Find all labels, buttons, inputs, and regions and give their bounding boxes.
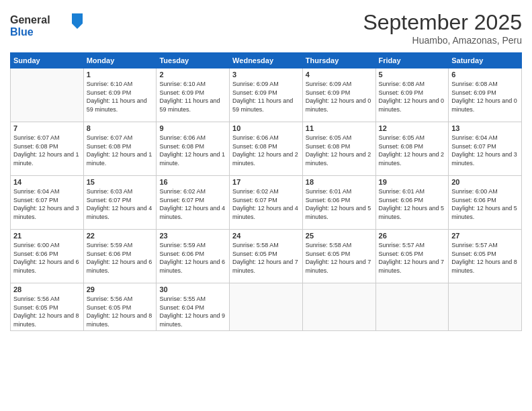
- day-number: 2: [159, 71, 226, 79]
- calendar-cell: 7Sunrise: 6:07 AM Sunset: 6:08 PM Daylig…: [11, 122, 84, 176]
- day-info: Sunrise: 6:06 AM Sunset: 6:08 PM Dayligh…: [232, 134, 300, 167]
- day-info: Sunrise: 6:00 AM Sunset: 6:06 PM Dayligh…: [13, 241, 81, 275]
- day-info: Sunrise: 6:08 AM Sunset: 6:09 PM Dayligh…: [451, 80, 519, 113]
- day-number: 4: [306, 71, 373, 79]
- day-info: Sunrise: 5:58 AM Sunset: 6:05 PM Dayligh…: [306, 241, 373, 275]
- day-number: 19: [379, 178, 446, 186]
- day-number: 30: [159, 285, 226, 293]
- calendar-cell: [302, 283, 375, 331]
- day-info: Sunrise: 6:04 AM Sunset: 6:07 PM Dayligh…: [13, 187, 81, 221]
- calendar-cell: 14Sunrise: 6:04 AM Sunset: 6:07 PM Dayli…: [11, 176, 84, 230]
- day-info: Sunrise: 6:07 AM Sunset: 6:08 PM Dayligh…: [13, 134, 81, 167]
- day-number: 29: [87, 285, 154, 293]
- calendar-cell: 15Sunrise: 6:03 AM Sunset: 6:07 PM Dayli…: [83, 176, 157, 230]
- day-info: Sunrise: 6:04 AM Sunset: 6:07 PM Dayligh…: [451, 134, 519, 167]
- week-row-2: 7Sunrise: 6:07 AM Sunset: 6:08 PM Daylig…: [11, 122, 522, 176]
- week-row-5: 28Sunrise: 5:56 AM Sunset: 6:05 PM Dayli…: [11, 283, 522, 331]
- day-number: 16: [159, 178, 226, 186]
- month-title: September 2025: [363, 10, 522, 35]
- calendar-cell: 19Sunrise: 6:01 AM Sunset: 6:06 PM Dayli…: [375, 176, 449, 230]
- calendar-cell: 17Sunrise: 6:02 AM Sunset: 6:07 PM Dayli…: [230, 176, 303, 230]
- calendar-cell: 29Sunrise: 5:56 AM Sunset: 6:05 PM Dayli…: [83, 283, 157, 331]
- calendar-cell: 5Sunrise: 6:08 AM Sunset: 6:09 PM Daylig…: [375, 68, 449, 122]
- header: General Blue September 2025 Huambo, Amaz…: [10, 10, 522, 46]
- day-number: 13: [451, 124, 519, 132]
- day-number: 5: [379, 71, 446, 79]
- calendar-cell: 4Sunrise: 6:09 AM Sunset: 6:09 PM Daylig…: [302, 68, 375, 122]
- weekday-header-sunday: Sunday: [11, 53, 84, 68]
- logo-text: General Blue: [10, 10, 84, 43]
- day-number: 15: [87, 178, 154, 186]
- day-info: Sunrise: 6:03 AM Sunset: 6:07 PM Dayligh…: [87, 187, 154, 221]
- day-info: Sunrise: 6:09 AM Sunset: 6:09 PM Dayligh…: [232, 80, 300, 113]
- day-number: 10: [232, 124, 300, 132]
- page: General Blue September 2025 Huambo, Amaz…: [0, 0, 532, 411]
- title-block: September 2025 Huambo, Amazonas, Peru: [363, 10, 522, 46]
- day-number: 14: [13, 178, 81, 186]
- calendar-cell: 30Sunrise: 5:55 AM Sunset: 6:04 PM Dayli…: [157, 283, 230, 331]
- week-row-4: 21Sunrise: 6:00 AM Sunset: 6:06 PM Dayli…: [11, 230, 522, 283]
- day-number: 7: [13, 124, 81, 132]
- calendar-cell: 27Sunrise: 5:57 AM Sunset: 6:05 PM Dayli…: [449, 230, 522, 283]
- day-number: 18: [306, 178, 373, 186]
- calendar-cell: 28Sunrise: 5:56 AM Sunset: 6:05 PM Dayli…: [11, 283, 84, 331]
- day-info: Sunrise: 6:02 AM Sunset: 6:07 PM Dayligh…: [232, 187, 300, 221]
- day-info: Sunrise: 6:10 AM Sunset: 6:09 PM Dayligh…: [87, 80, 154, 113]
- day-number: 21: [13, 232, 81, 240]
- calendar-cell: 3Sunrise: 6:09 AM Sunset: 6:09 PM Daylig…: [230, 68, 303, 122]
- day-info: Sunrise: 6:00 AM Sunset: 6:06 PM Dayligh…: [451, 187, 519, 221]
- day-number: 26: [379, 232, 446, 240]
- day-number: 27: [451, 232, 519, 240]
- calendar-cell: 24Sunrise: 5:58 AM Sunset: 6:05 PM Dayli…: [230, 230, 303, 283]
- week-row-3: 14Sunrise: 6:04 AM Sunset: 6:07 PM Dayli…: [11, 176, 522, 230]
- day-number: 8: [87, 124, 154, 132]
- weekday-header-thursday: Thursday: [302, 53, 375, 68]
- location-subtitle: Huambo, Amazonas, Peru: [363, 35, 522, 46]
- day-info: Sunrise: 5:59 AM Sunset: 6:06 PM Dayligh…: [87, 241, 154, 275]
- day-info: Sunrise: 5:57 AM Sunset: 6:05 PM Dayligh…: [451, 241, 519, 275]
- day-number: 23: [159, 232, 226, 240]
- weekday-header-friday: Friday: [375, 53, 449, 68]
- calendar-cell: [449, 283, 522, 331]
- day-number: 17: [232, 178, 300, 186]
- calendar-cell: 12Sunrise: 6:05 AM Sunset: 6:08 PM Dayli…: [375, 122, 449, 176]
- svg-marker-1: [72, 13, 83, 29]
- weekday-header-tuesday: Tuesday: [157, 53, 230, 68]
- day-info: Sunrise: 5:56 AM Sunset: 6:05 PM Dayligh…: [13, 295, 81, 328]
- weekday-header-saturday: Saturday: [449, 53, 522, 68]
- calendar-cell: 2Sunrise: 6:10 AM Sunset: 6:09 PM Daylig…: [157, 68, 230, 122]
- calendar-cell: 20Sunrise: 6:00 AM Sunset: 6:06 PM Dayli…: [449, 176, 522, 230]
- day-number: 9: [159, 124, 226, 132]
- logo: General Blue: [10, 10, 84, 43]
- svg-text:Blue: Blue: [10, 26, 34, 38]
- calendar-table: SundayMondayTuesdayWednesdayThursdayFrid…: [10, 52, 522, 331]
- day-info: Sunrise: 6:07 AM Sunset: 6:08 PM Dayligh…: [87, 134, 154, 167]
- day-info: Sunrise: 6:01 AM Sunset: 6:06 PM Dayligh…: [379, 187, 446, 221]
- weekday-header-row: SundayMondayTuesdayWednesdayThursdayFrid…: [11, 53, 522, 68]
- week-row-1: 1Sunrise: 6:10 AM Sunset: 6:09 PM Daylig…: [11, 68, 522, 122]
- day-info: Sunrise: 6:02 AM Sunset: 6:07 PM Dayligh…: [159, 187, 226, 221]
- day-number: 6: [451, 71, 519, 79]
- calendar-cell: 13Sunrise: 6:04 AM Sunset: 6:07 PM Dayli…: [449, 122, 522, 176]
- day-info: Sunrise: 6:01 AM Sunset: 6:06 PM Dayligh…: [306, 187, 373, 221]
- calendar-cell: [11, 68, 84, 122]
- day-number: 24: [232, 232, 300, 240]
- weekday-header-wednesday: Wednesday: [230, 53, 303, 68]
- day-info: Sunrise: 5:55 AM Sunset: 6:04 PM Dayligh…: [159, 295, 226, 328]
- calendar-cell: 16Sunrise: 6:02 AM Sunset: 6:07 PM Dayli…: [157, 176, 230, 230]
- day-info: Sunrise: 6:05 AM Sunset: 6:08 PM Dayligh…: [379, 134, 446, 167]
- calendar-cell: [230, 283, 303, 331]
- calendar-cell: 25Sunrise: 5:58 AM Sunset: 6:05 PM Dayli…: [302, 230, 375, 283]
- day-number: 28: [13, 285, 81, 293]
- day-info: Sunrise: 5:57 AM Sunset: 6:05 PM Dayligh…: [379, 241, 446, 275]
- weekday-header-monday: Monday: [83, 53, 157, 68]
- calendar-cell: 22Sunrise: 5:59 AM Sunset: 6:06 PM Dayli…: [83, 230, 157, 283]
- day-number: 22: [87, 232, 154, 240]
- calendar-cell: 23Sunrise: 5:59 AM Sunset: 6:06 PM Dayli…: [157, 230, 230, 283]
- day-info: Sunrise: 6:05 AM Sunset: 6:08 PM Dayligh…: [306, 134, 373, 167]
- day-info: Sunrise: 5:58 AM Sunset: 6:05 PM Dayligh…: [232, 241, 300, 275]
- day-number: 3: [232, 71, 300, 79]
- calendar-cell: 21Sunrise: 6:00 AM Sunset: 6:06 PM Dayli…: [11, 230, 84, 283]
- day-number: 11: [306, 124, 373, 132]
- calendar-cell: [375, 283, 449, 331]
